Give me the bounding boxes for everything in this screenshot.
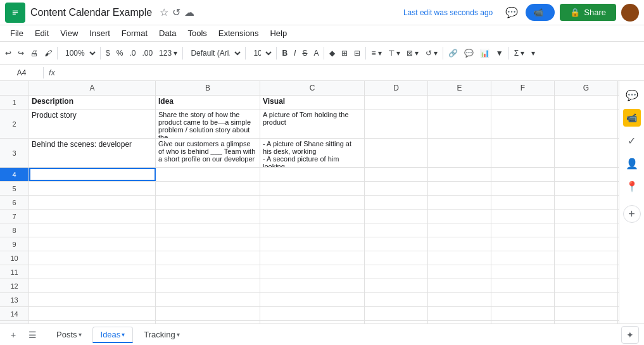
print-button[interactable]: 🖨 [28, 45, 41, 61]
cell-g5[interactable] [555, 182, 618, 195]
menu-data[interactable]: Data [154, 27, 181, 39]
cell-c15[interactable] [260, 321, 365, 323]
row-num-5[interactable]: 5 [0, 182, 29, 195]
cell-g14[interactable] [555, 307, 618, 320]
cell-a7[interactable] [29, 210, 156, 223]
row-num-2[interactable]: 2 [0, 110, 29, 138]
cell-c9[interactable] [260, 237, 365, 251]
col-header-e[interactable]: E [428, 81, 491, 95]
row-num-3[interactable]: 3 [0, 139, 29, 167]
cell-e6[interactable] [428, 196, 491, 209]
cell-d8[interactable] [365, 223, 428, 237]
row-num-8[interactable]: 8 [0, 223, 29, 237]
row-num-14[interactable]: 14 [0, 307, 29, 320]
cell-b3[interactable]: Give our customers a glimpse of who is b… [156, 139, 260, 167]
menu-format[interactable]: Format [117, 27, 153, 39]
cell-f13[interactable] [491, 293, 555, 306]
cell-c3[interactable]: - A picture of Shane sitting at his desk… [260, 139, 365, 167]
bold-button[interactable]: B [279, 45, 290, 61]
cell-e5[interactable] [428, 182, 491, 195]
row-num-10[interactable]: 10 [0, 251, 29, 265]
cell-a10[interactable] [29, 251, 156, 265]
decimal-increase-button[interactable]: .00 [139, 45, 155, 61]
cell-g13[interactable] [555, 293, 618, 306]
redo-button[interactable]: ↪ [15, 45, 27, 61]
cell-f9[interactable] [491, 237, 555, 251]
cell-c6[interactable] [260, 196, 365, 209]
row-num-6[interactable]: 6 [0, 196, 29, 209]
cell-d5[interactable] [365, 182, 428, 195]
rotation-button[interactable]: ↺ ▾ [423, 45, 440, 61]
cell-e4[interactable] [428, 168, 491, 181]
share-button[interactable]: 🔒 Share [560, 4, 616, 21]
cell-h10[interactable] [618, 251, 619, 265]
cell-a13[interactable] [29, 293, 156, 306]
menu-edit[interactable]: Edit [30, 27, 54, 39]
cell-e11[interactable] [428, 265, 491, 279]
cell-f2[interactable] [491, 110, 555, 138]
italic-button[interactable]: I [291, 45, 298, 61]
row-num-13[interactable]: 13 [0, 293, 29, 306]
font-select[interactable]: Default (Ari... [186, 45, 243, 61]
star-icon[interactable]: ☆ [160, 6, 168, 18]
explore-button[interactable]: ✦ [621, 326, 639, 344]
cell-f8[interactable] [491, 223, 555, 237]
cell-c2[interactable]: A picture of Tom holding the product [260, 110, 365, 138]
cell-d11[interactable] [365, 265, 428, 279]
cell-f15[interactable] [491, 321, 555, 323]
cell-f7[interactable] [491, 210, 555, 223]
cell-e3[interactable] [428, 139, 491, 167]
cell-h7[interactable] [618, 210, 619, 223]
history-icon[interactable]: ↺ [172, 6, 180, 18]
font-size-select[interactable]: 101112 [248, 45, 274, 61]
chat-icon-btn[interactable]: 💬 [503, 4, 521, 22]
cell-a9[interactable] [29, 237, 156, 251]
tasks-side-icon[interactable]: ✓ [623, 132, 641, 149]
cell-b14[interactable] [156, 307, 260, 320]
cell-d1[interactable] [365, 96, 428, 109]
cell-d3[interactable] [365, 139, 428, 167]
cell-h11[interactable] [618, 265, 619, 279]
cell-c10[interactable] [260, 251, 365, 265]
cell-c4[interactable] [260, 168, 365, 181]
avatar[interactable] [621, 4, 639, 22]
all-sheets-button[interactable]: ☰ [24, 327, 41, 343]
cell-e9[interactable] [428, 237, 491, 251]
cell-c7[interactable] [260, 210, 365, 223]
cell-g8[interactable] [555, 223, 618, 237]
cell-c5[interactable] [260, 182, 365, 195]
percent-button[interactable]: % [114, 45, 126, 61]
cell-g3[interactable] [555, 139, 618, 167]
cell-a8[interactable] [29, 223, 156, 237]
chat-side-icon[interactable]: 💬 [623, 86, 641, 104]
tab-posts[interactable]: Posts ▾ [48, 327, 90, 342]
comment-button[interactable]: 💬 [462, 45, 476, 61]
cell-g15[interactable] [555, 321, 618, 323]
filter-button[interactable]: ▼ [493, 45, 506, 61]
cell-d15[interactable] [365, 321, 428, 323]
cell-h15[interactable] [618, 321, 619, 323]
last-edit-link[interactable]: Last edit was seconds ago [403, 8, 493, 17]
cell-d4[interactable] [365, 168, 428, 181]
cell-b8[interactable] [156, 223, 260, 237]
cell-a6[interactable] [29, 196, 156, 209]
cell-d12[interactable] [365, 279, 428, 292]
row-num-1[interactable]: 1 [0, 96, 29, 109]
undo-button[interactable]: ↩ [3, 45, 14, 61]
row-num-7[interactable]: 7 [0, 210, 29, 223]
cell-c13[interactable] [260, 293, 365, 306]
row-num-11[interactable]: 11 [0, 265, 29, 279]
cell-b7[interactable] [156, 210, 260, 223]
align-h-button[interactable]: ≡ ▾ [369, 45, 384, 61]
cell-g6[interactable] [555, 196, 618, 209]
cell-a12[interactable] [29, 279, 156, 292]
cell-g2[interactable] [555, 110, 618, 138]
align-v-button[interactable]: ⊤ ▾ [386, 45, 403, 61]
paint-format-button[interactable]: 🖌 [42, 45, 54, 61]
row-num-4[interactable]: 4 [0, 168, 29, 181]
cell-b5[interactable] [156, 182, 260, 195]
cell-c1[interactable]: Visual [260, 96, 365, 109]
cell-e8[interactable] [428, 223, 491, 237]
cell-g7[interactable] [555, 210, 618, 223]
cell-h6[interactable] [618, 196, 619, 209]
